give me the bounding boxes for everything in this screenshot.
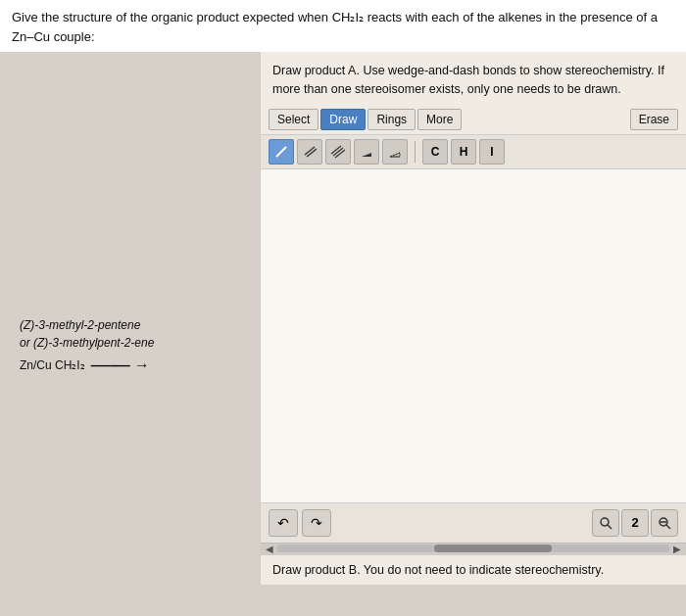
wedge-bond-button[interactable]: [354, 139, 379, 165]
more-button[interactable]: More: [417, 109, 462, 130]
toolbar-separator: [415, 141, 416, 163]
scrollbar-track[interactable]: [276, 545, 670, 552]
undo-button[interactable]: ↶: [269, 509, 298, 537]
zoom-reset-label: 2: [631, 515, 638, 530]
canvas-bottom: ↶ ↷ 2: [261, 502, 686, 543]
reaction-reagent: Zn/Cu CH₂I₂: [20, 358, 85, 372]
single-bond-button[interactable]: [269, 139, 294, 165]
svg-line-0: [276, 147, 286, 157]
scrollbar-thumb[interactable]: [434, 545, 553, 552]
zoom-out-button[interactable]: [651, 509, 678, 537]
svg-line-5: [335, 150, 345, 158]
reaction-label-2: or (Z)-3-methylpent-2-ene: [20, 336, 154, 350]
draw-instructions: Draw product A. Use wedge-and-dash bonds…: [261, 52, 686, 105]
select-button[interactable]: Select: [269, 109, 318, 130]
svg-line-11: [608, 525, 612, 529]
magnifier-icon: [599, 516, 612, 530]
draw-button[interactable]: Draw: [320, 109, 366, 130]
erase-button[interactable]: Erase: [630, 109, 678, 130]
question-text: Give the structure of the organic produc…: [12, 10, 658, 44]
svg-line-13: [666, 525, 670, 529]
scroll-right-arrow[interactable]: ▶: [670, 544, 684, 554]
triple-bond-button[interactable]: [325, 139, 351, 165]
question-header: Give the structure of the organic produc…: [0, 0, 686, 52]
bond-tools-bar: C H I: [261, 135, 686, 169]
scroll-left-arrow[interactable]: ◀: [263, 544, 276, 554]
reaction-row: or (Z)-3-methylpent-2-ene: [20, 336, 154, 350]
atom-h-button[interactable]: H: [451, 139, 476, 165]
toolbar: Select Draw Rings More Erase: [261, 105, 686, 135]
zoom-out-icon: [658, 516, 671, 530]
product-b-label: Draw product B. You do not need to indic…: [261, 554, 686, 585]
horizontal-scrollbar[interactable]: ◀ ▶: [261, 543, 686, 554]
reaction-row-2: Zn/Cu CH₂I₂ —— →: [20, 354, 154, 376]
right-panel: Draw product A. Use wedge-and-dash bonds…: [260, 52, 686, 585]
svg-line-8: [390, 153, 400, 157]
undo-redo-controls: ↶ ↷: [269, 509, 331, 537]
atom-i-button[interactable]: I: [479, 139, 505, 165]
left-panel: (Z)-3-methyl-2-pentene or (Z)-3-methylpe…: [0, 52, 260, 585]
redo-icon: ↷: [311, 515, 322, 531]
svg-line-3: [331, 146, 341, 154]
undo-icon: ↶: [277, 515, 289, 531]
double-bond-button[interactable]: [297, 139, 322, 165]
reaction-label-1: (Z)-3-methyl-2-pentene: [20, 318, 154, 332]
svg-point-10: [601, 518, 609, 526]
draw-canvas[interactable]: [261, 169, 686, 502]
dash-bond-button[interactable]: [382, 139, 408, 165]
zoom-reset-button[interactable]: 2: [621, 509, 649, 537]
atom-c-button[interactable]: C: [422, 139, 448, 165]
erase-button-label: Erase: [630, 109, 678, 130]
zoom-search-button[interactable]: [592, 509, 619, 537]
zoom-controls: 2: [592, 509, 678, 537]
reaction-arrow: →: [134, 356, 150, 374]
redo-button[interactable]: ↷: [302, 509, 331, 537]
rings-button[interactable]: Rings: [368, 109, 416, 130]
svg-marker-6: [362, 153, 371, 157]
reaction-area: (Z)-3-methyl-2-pentene or (Z)-3-methylpe…: [20, 318, 154, 376]
svg-line-4: [333, 148, 343, 156]
